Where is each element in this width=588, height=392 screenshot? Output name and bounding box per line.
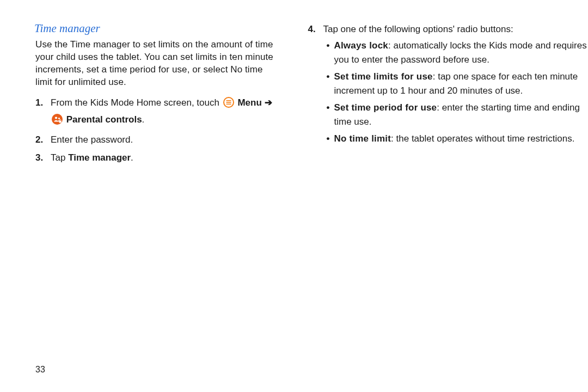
dot: .: [142, 114, 145, 125]
option-text: : the tablet operates without time restr…: [391, 133, 574, 144]
right-column: 4. Tap one of the following options' rad…: [291, 22, 588, 169]
parental-controls-icon: [52, 114, 63, 129]
step-4: 4. Tap one of the following options' rad…: [320, 22, 588, 146]
svg-rect-1: [226, 100, 231, 101]
manual-page: Time manager Use the Time manager to set…: [0, 0, 588, 169]
step-2: 2. Enter the password.: [47, 132, 280, 147]
menu-icon: [223, 97, 234, 112]
option-label: No time limit: [334, 133, 391, 144]
option-set-time-limits: Set time limits for use: tap one space f…: [326, 70, 588, 97]
step-number: 4.: [308, 22, 315, 36]
step-number: 2.: [35, 132, 43, 147]
option-set-time-period: Set time period for use: enter the start…: [326, 101, 588, 128]
time-manager-label: Time manager: [68, 152, 131, 163]
dot: .: [131, 152, 133, 163]
arrow-icon: ➔: [265, 97, 272, 108]
svg-rect-7: [59, 121, 62, 123]
page-number: 33: [35, 365, 45, 375]
option-label: Set time period for use: [334, 102, 437, 113]
option-no-time-limit: No time limit: the tablet operates witho…: [326, 132, 588, 146]
step-1: 1. From the Kids Mode Home screen, touch…: [47, 95, 280, 129]
section-heading: Time manager: [34, 22, 280, 35]
intro-paragraph: Use the Time manager to set limits on th…: [35, 39, 280, 89]
options-list: Always lock: automatically locks the Kid…: [323, 39, 588, 146]
step-text: Enter the password.: [51, 134, 133, 145]
step-number: 1.: [35, 95, 43, 110]
steps-list-left: 1. From the Kids Mode Home screen, touch…: [35, 95, 280, 166]
svg-point-6: [58, 118, 60, 119]
option-always-lock: Always lock: automatically locks the Kid…: [326, 39, 588, 66]
step-number: 3.: [35, 150, 43, 165]
parental-controls-label: Parental controls: [66, 114, 142, 125]
steps-list-right: 4. Tap one of the following options' rad…: [308, 22, 588, 146]
left-column: Time manager Use the Time manager to set…: [0, 22, 291, 169]
svg-rect-3: [226, 103, 231, 105]
step-3: 3. Tap Time manager.: [47, 150, 280, 165]
option-label: Always lock: [334, 40, 388, 51]
step-text: Tap one of the following options' radio …: [323, 24, 513, 34]
svg-point-5: [55, 117, 57, 119]
step-text: Tap: [51, 152, 68, 163]
step-text: From the Kids Mode Home screen, touch: [51, 97, 222, 108]
menu-label: Menu: [237, 97, 261, 108]
option-label: Set time limits for use: [334, 71, 432, 82]
svg-point-4: [52, 114, 63, 125]
svg-rect-2: [226, 102, 231, 103]
